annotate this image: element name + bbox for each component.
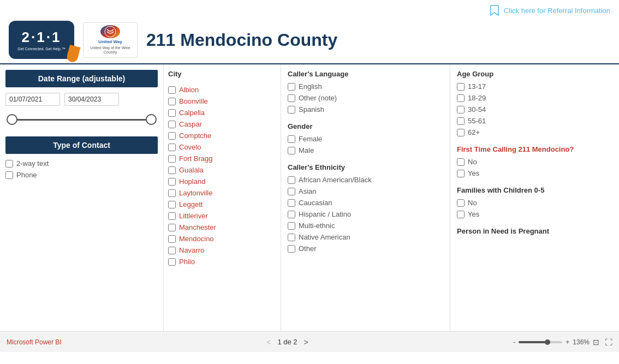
city-item[interactable]: Philo <box>168 258 276 266</box>
city-checkbox[interactable] <box>168 121 176 128</box>
gender-title: Gender <box>288 122 443 130</box>
contact-type-phone-checkbox[interactable] <box>5 171 13 179</box>
referral-link[interactable]: Click here for Referral Information <box>504 7 610 15</box>
ethnicity-checkbox[interactable] <box>288 222 295 230</box>
city-checkbox[interactable] <box>168 235 176 243</box>
age-label: 30-54 <box>468 105 486 114</box>
city-item[interactable]: Comptche <box>168 132 276 140</box>
zoom-minus[interactable]: - <box>513 338 515 346</box>
ethnicity-item[interactable]: Caucasian <box>288 199 443 207</box>
city-checkbox[interactable] <box>168 144 176 151</box>
city-item[interactable]: Fort Bragg <box>168 154 276 163</box>
first-time-label: Yes <box>468 169 479 177</box>
gender-checkbox[interactable] <box>288 135 295 143</box>
ethnicity-checkbox[interactable] <box>288 211 295 218</box>
gender-item[interactable]: Female <box>288 135 443 143</box>
city-checkbox[interactable] <box>168 224 176 231</box>
families-checkbox[interactable] <box>457 199 465 207</box>
fit-screen-icon[interactable]: ⊡ <box>593 338 599 347</box>
city-checkbox[interactable] <box>168 178 176 186</box>
city-item[interactable]: Littleriver <box>168 212 276 220</box>
city-list[interactable]: Albion Boonville Calpella Caspar Comptch… <box>168 82 276 269</box>
ethnicity-checkbox[interactable] <box>288 245 295 253</box>
age-item[interactable]: 18-29 <box>457 94 612 102</box>
age-checkbox[interactable] <box>457 106 465 114</box>
language-checkbox[interactable] <box>288 83 295 91</box>
language-checkbox[interactable] <box>288 106 295 114</box>
gender-item[interactable]: Male <box>288 146 443 154</box>
age-item[interactable]: 30-54 <box>457 105 612 114</box>
ethnicity-item[interactable]: African American/Black <box>288 176 443 184</box>
city-item[interactable]: Gualala <box>168 166 276 174</box>
next-page-button[interactable]: > <box>302 337 311 348</box>
language-checkbox[interactable] <box>288 94 295 102</box>
city-item[interactable]: Mendocino <box>168 235 276 243</box>
families-item[interactable]: No <box>457 199 612 207</box>
families-item[interactable]: Yes <box>457 210 612 218</box>
powerbi-link[interactable]: Microsoft Power BI <box>7 338 62 346</box>
zoom-plus[interactable]: + <box>566 338 569 346</box>
city-checkbox[interactable] <box>168 247 176 254</box>
ethnicity-item[interactable]: Native American <box>288 233 443 241</box>
city-checkbox[interactable] <box>168 166 176 174</box>
city-item[interactable]: Covelo <box>168 143 276 151</box>
slider-thumb-right[interactable] <box>146 114 157 125</box>
city-item[interactable]: Boonville <box>168 97 276 105</box>
age-checkbox[interactable] <box>457 83 465 91</box>
contact-type-phone[interactable]: Phone <box>5 171 158 179</box>
page-indicator: 1 de 2 <box>277 338 297 346</box>
first-time-checkbox[interactable] <box>457 170 465 177</box>
contact-type-2way[interactable]: 2-way text <box>5 159 158 168</box>
ethnicity-item[interactable]: Hispanic / Latino <box>288 210 443 218</box>
date-start-input[interactable] <box>5 93 60 106</box>
city-checkbox[interactable] <box>168 109 176 117</box>
filter-column-2: Age Group 13-17 18-29 30-54 55-61 62+ Fi… <box>450 64 619 331</box>
age-checkbox[interactable] <box>457 117 465 125</box>
city-item[interactable]: Caspar <box>168 120 276 128</box>
city-item[interactable]: Manchester <box>168 223 276 231</box>
city-checkbox[interactable] <box>168 132 176 140</box>
age-item[interactable]: 55-61 <box>457 117 612 125</box>
first-time-item[interactable]: No <box>457 158 612 166</box>
date-end-input[interactable] <box>64 93 119 106</box>
city-item[interactable]: Leggett <box>168 200 276 208</box>
city-item[interactable]: Laytonville <box>168 189 276 197</box>
age-checkbox[interactable] <box>457 94 465 102</box>
slider-thumb-left[interactable] <box>7 114 17 125</box>
ethnicity-checkbox[interactable] <box>288 199 295 207</box>
gender-checkbox[interactable] <box>288 147 295 154</box>
language-item[interactable]: English <box>288 82 443 91</box>
city-checkbox[interactable] <box>168 201 176 208</box>
city-checkbox[interactable] <box>168 258 176 266</box>
prev-page-button[interactable]: < <box>264 337 273 348</box>
fullscreen-icon[interactable]: ⛶ <box>605 338 612 347</box>
ethnicity-checkbox[interactable] <box>288 188 295 195</box>
city-checkbox[interactable] <box>168 155 176 163</box>
ethnicity-item[interactable]: Other <box>288 244 443 253</box>
city-checkbox[interactable] <box>168 98 176 105</box>
age-item[interactable]: 13-17 <box>457 82 612 91</box>
city-checkbox[interactable] <box>168 189 176 197</box>
ethnicity-item[interactable]: Asian <box>288 187 443 195</box>
date-range-slider[interactable] <box>5 111 158 128</box>
ethnicity-label: Other <box>299 244 317 253</box>
age-checkbox[interactable] <box>457 129 465 136</box>
age-item[interactable]: 62+ <box>457 128 612 136</box>
city-checkbox[interactable] <box>168 212 176 220</box>
contact-type-2way-checkbox[interactable] <box>5 160 13 168</box>
language-item[interactable]: Spanish <box>288 105 443 114</box>
families-checkbox[interactable] <box>457 211 465 218</box>
city-item[interactable]: Albion <box>168 86 276 94</box>
ethnicity-checkbox[interactable] <box>288 234 295 241</box>
city-checkbox[interactable] <box>168 86 176 94</box>
language-item[interactable]: Other (note) <box>288 94 443 102</box>
ethnicity-item[interactable]: Multi-ethnic <box>288 222 443 230</box>
city-label: Leggett <box>179 200 203 208</box>
city-item[interactable]: Hopland <box>168 177 276 186</box>
first-time-item[interactable]: Yes <box>457 169 612 177</box>
ethnicity-checkbox[interactable] <box>288 176 295 184</box>
city-item[interactable]: Calpella <box>168 109 276 117</box>
zoom-slider[interactable] <box>519 341 562 343</box>
first-time-checkbox[interactable] <box>457 158 465 166</box>
city-item[interactable]: Navarro <box>168 246 276 254</box>
